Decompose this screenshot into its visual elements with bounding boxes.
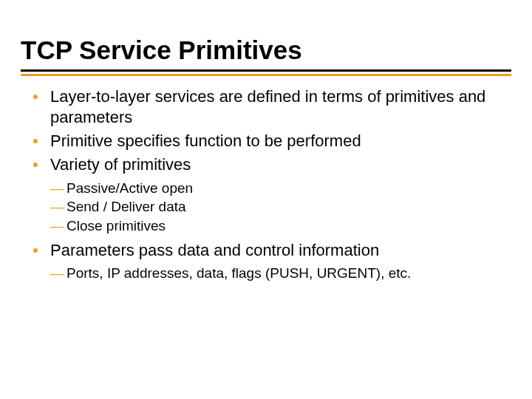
bullet-text: Variety of primitives [50, 155, 191, 174]
dash-icon: — [50, 179, 64, 198]
bullet-list: Layer-to-layer services are defined in t… [21, 86, 511, 282]
bullet-text: Parameters pass data and control informa… [50, 241, 379, 259]
sub-item: —Ports, IP addresses, data, flags (PUSH,… [66, 264, 511, 283]
sub-item: —Send / Deliver data [66, 197, 511, 216]
sub-item: —Close primitives [66, 216, 511, 236]
slide-title: TCP Service Primitives [21, 35, 511, 65]
bullet-text: Layer-to-layer services are defined in t… [50, 87, 485, 126]
slide: TCP Service Primitives Layer-to-layer se… [0, 0, 532, 399]
sub-text: Send / Deliver data [66, 199, 186, 214]
title-rule-orange [21, 74, 511, 76]
bullet-item: Parameters pass data and control informa… [50, 240, 511, 283]
sub-list: —Ports, IP addresses, data, flags (PUSH,… [50, 264, 511, 283]
sub-text: Passive/Active open [66, 180, 193, 196]
bullet-item: Primitive specifies function to be perfo… [50, 131, 511, 151]
dash-icon: — [50, 264, 64, 283]
sub-text: Close primitives [66, 218, 166, 233]
bullet-text: Primitive specifies function to be perfo… [50, 132, 361, 150]
sub-item: —Passive/Active open [66, 179, 511, 198]
bullet-item: Layer-to-layer services are defined in t… [50, 86, 511, 128]
dash-icon: — [50, 216, 64, 236]
title-rule-black [21, 69, 511, 72]
sub-list: —Passive/Active open —Send / Deliver dat… [50, 179, 511, 236]
bullet-item: Variety of primitives —Passive/Active op… [50, 154, 511, 235]
sub-text: Ports, IP addresses, data, flags (PUSH, … [66, 265, 411, 281]
dash-icon: — [50, 197, 64, 216]
